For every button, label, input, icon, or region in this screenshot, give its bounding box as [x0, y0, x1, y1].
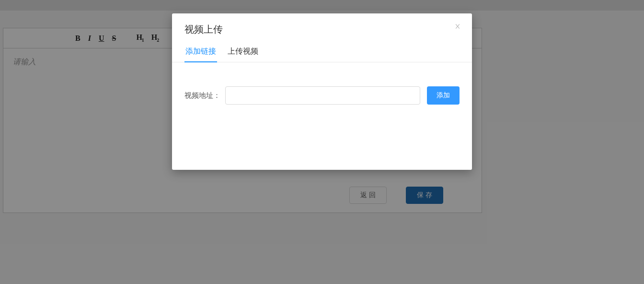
modal-header: 视频上传	[172, 13, 472, 41]
add-button[interactable]: 添加	[427, 86, 460, 105]
tab-upload-video[interactable]: 上传视频	[227, 43, 259, 62]
modal-tabs: 添加链接 上传视频	[172, 41, 472, 62]
video-url-label: 视频地址：	[184, 91, 220, 100]
modal-overlay[interactable]: 视频上传 添加链接 上传视频 视频地址： 添加	[0, 0, 644, 284]
close-icon	[454, 23, 461, 31]
tab-add-link[interactable]: 添加链接	[184, 43, 217, 62]
modal-body: 视频地址： 添加	[172, 62, 472, 129]
video-upload-modal: 视频上传 添加链接 上传视频 视频地址： 添加	[172, 13, 472, 170]
modal-title: 视频上传	[184, 23, 460, 36]
video-url-input[interactable]	[225, 86, 420, 105]
close-button[interactable]	[453, 22, 462, 32]
